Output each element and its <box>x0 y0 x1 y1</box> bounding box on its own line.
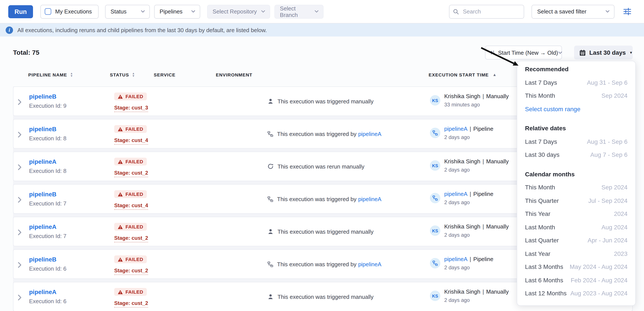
run-button[interactable]: Run <box>8 5 33 18</box>
separator: | <box>470 191 471 197</box>
pipeline-name-link[interactable]: pipelineB <box>29 92 66 101</box>
pipeline-name-link[interactable]: pipelineA <box>29 157 66 166</box>
date-menu-section: Relative datesLast 7 DaysAug 31 - Sep 6L… <box>525 122 628 161</box>
date-option-range: Feb 2024 - Aug 2024 <box>570 277 628 284</box>
failed-stage-link[interactable]: Stage: cust_2 <box>114 235 148 242</box>
user-avatar: KS <box>430 160 440 171</box>
date-option-range: Aug 7 - Sep 6 <box>590 151 628 158</box>
date-option-range: 2024 <box>614 210 628 218</box>
expand-chevron-icon[interactable] <box>18 262 22 268</box>
pipeline-name-link[interactable]: pipelineB <box>29 125 66 133</box>
failed-stage-link[interactable]: Stage: cust_2 <box>114 170 148 177</box>
col-pipeline-name[interactable]: PIPELINE NAME▲▼ <box>28 72 73 77</box>
sort-icon <box>490 50 495 55</box>
trigger-text: This execution was rerun manually <box>278 163 364 170</box>
date-option-label: Last Month <box>525 224 555 231</box>
filter-settings-button[interactable] <box>622 6 633 17</box>
expand-chevron-icon[interactable] <box>18 164 22 170</box>
chevron-down-icon <box>140 10 145 13</box>
pipeline-name-link[interactable]: pipelineA <box>29 222 66 231</box>
trigger-pipeline-link[interactable]: pipelineA <box>358 130 382 137</box>
date-option-label: Select custom range <box>525 106 580 112</box>
select-repository-label: Select Repository <box>212 8 257 15</box>
select-branch-dropdown[interactable]: Select Branch <box>274 4 323 18</box>
pipeline-name-link[interactable]: pipelineB <box>29 190 66 198</box>
chevron-down-icon <box>314 10 318 13</box>
my-executions-toggle[interactable]: My Executions <box>40 4 98 18</box>
select-repository-dropdown[interactable]: Select Repository <box>207 4 270 18</box>
date-range-option[interactable]: Last Year2023 <box>525 247 628 260</box>
chevron-down-icon <box>558 51 562 54</box>
date-range-label: Last 30 days <box>589 49 626 56</box>
trigger-type: Pipeline <box>473 126 494 132</box>
status-filter-dropdown[interactable]: Status <box>105 4 150 18</box>
caret-down-icon: ▼ <box>629 50 633 54</box>
separator: | <box>482 158 484 164</box>
pipelines-filter-dropdown[interactable]: Pipelines <box>154 4 200 18</box>
date-range-option[interactable]: This MonthSep 2024 <box>525 89 628 102</box>
date-range-option[interactable]: Last 6 MonthsFeb 2024 - Aug 2024 <box>525 274 628 287</box>
starter-info: pipelineA|Pipeline2 days ago <box>430 190 493 206</box>
sort-order-label: Start Time (New → Old) <box>498 49 558 56</box>
trigger-type: Manually <box>486 288 509 295</box>
failed-stage-link[interactable]: Stage: cust_3 <box>114 104 148 112</box>
date-range-option[interactable]: This Year2024 <box>525 207 628 220</box>
date-range-option[interactable]: Last 12 MonthsAug 2023 - Aug 2024 <box>525 287 628 300</box>
date-menu-section: RecommendedLast 7 DaysAug 31 - Sep 6This… <box>525 62 628 116</box>
pipelines-filter-label: Pipelines <box>160 8 182 15</box>
execution-id: Execution Id: 7 <box>29 199 66 208</box>
starter-pipeline-link[interactable]: pipelineA <box>444 256 468 262</box>
date-range-option[interactable]: Last 7 DaysAug 31 - Sep 6 <box>525 135 628 148</box>
expand-chevron-icon[interactable] <box>18 99 22 105</box>
col-status[interactable]: STATUS▲▼ <box>110 72 135 77</box>
date-option-range: Aug 2024 <box>602 224 628 231</box>
date-range-option[interactable]: This QuarterJul - Sep 2024 <box>525 194 628 207</box>
date-range-option[interactable]: Last MonthAug 2024 <box>525 220 628 234</box>
date-option-label: This Month <box>525 184 555 191</box>
trigger-pipeline-link[interactable]: pipelineA <box>358 196 382 202</box>
starter-info: KSKrishika Singh|Manually2 days ago <box>430 222 509 239</box>
starter-pipeline-link[interactable]: pipelineA <box>444 191 468 197</box>
expand-chevron-icon[interactable] <box>18 294 22 300</box>
expand-chevron-icon[interactable] <box>18 132 22 138</box>
start-time-relative: 2 days ago <box>444 264 493 272</box>
date-range-option[interactable]: Last QuarterApr - Jun 2024 <box>525 234 628 247</box>
failed-stage-link[interactable]: Stage: cust_4 <box>114 137 148 144</box>
my-executions-label: My Executions <box>55 8 92 15</box>
date-range-option[interactable]: Last 7 DaysAug 31 - Sep 6 <box>525 76 628 89</box>
trigger-info: This execution was triggered bypipelineA <box>268 120 382 148</box>
my-executions-checkbox[interactable] <box>45 8 51 15</box>
trigger-pipeline-link[interactable]: pipelineA <box>358 261 382 267</box>
col-execution-start-time[interactable]: EXECUTION START TIME▲ <box>428 72 497 77</box>
start-time-relative: 2 days ago <box>444 198 493 206</box>
start-time-relative: 2 days ago <box>444 133 493 141</box>
expand-chevron-icon[interactable] <box>18 197 22 203</box>
starter-pipeline-link[interactable]: pipelineA <box>444 126 468 132</box>
saved-filter-dropdown[interactable]: Select a saved filter <box>532 4 614 18</box>
select-custom-range-link[interactable]: Select custom range <box>525 102 628 116</box>
trigger-type: Pipeline <box>473 191 494 197</box>
search-box[interactable] <box>449 4 524 18</box>
user-icon <box>268 98 274 104</box>
user-avatar: KS <box>430 95 440 106</box>
failed-stage-link[interactable]: Stage: cust_4 <box>114 202 148 210</box>
date-range-button[interactable]: Last 30 days ▼ <box>574 46 633 60</box>
date-option-label: Last 30 days <box>525 151 560 158</box>
sort-order-dropdown[interactable]: Start Time (New → Old) <box>485 46 562 60</box>
total-count: Total: 75 <box>13 49 39 56</box>
search-input[interactable] <box>462 8 520 15</box>
pipeline-icon <box>268 196 273 202</box>
date-range-option[interactable]: Last 3 MonthsMay 2024 - Aug 2024 <box>525 260 628 274</box>
date-menu-section-title: Calendar months <box>525 168 628 181</box>
expand-chevron-icon[interactable] <box>18 229 22 236</box>
failed-stage-link[interactable]: Stage: cust_2 <box>114 267 148 275</box>
date-range-option[interactable]: Last 30 daysAug 7 - Sep 6 <box>525 148 628 161</box>
starter-name: Krishika Singh <box>444 158 480 164</box>
date-option-range: Jul - Sep 2024 <box>588 197 628 204</box>
pipeline-name-link[interactable]: pipelineA <box>29 288 66 296</box>
pipeline-name-link[interactable]: pipelineB <box>29 255 66 264</box>
date-range-option[interactable]: This MonthSep 2024 <box>525 181 628 194</box>
starter-info: pipelineA|Pipeline2 days ago <box>430 125 493 141</box>
failed-stage-link[interactable]: Stage: cust_2 <box>114 300 148 307</box>
trigger-info: This execution was triggered manually <box>268 282 374 311</box>
